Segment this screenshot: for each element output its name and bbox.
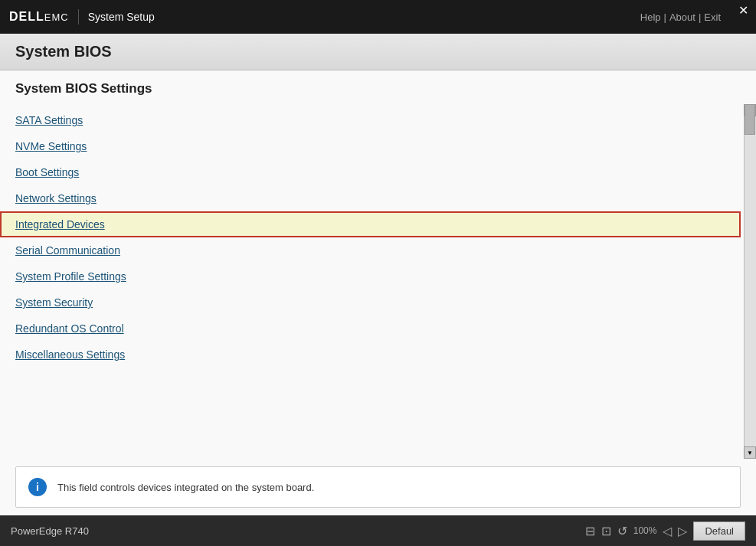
- title-bar-right: Help | About | Exit: [640, 11, 747, 23]
- status-right: ⊟ ⊡ ↺ 100% ◁ ▷ Defaul: [585, 521, 745, 541]
- list-item-active[interactable]: Integrated Devices: [0, 211, 741, 237]
- default-button[interactable]: Defaul: [693, 521, 745, 541]
- list-item[interactable]: Redundant OS Control: [0, 316, 741, 342]
- about-link[interactable]: About: [669, 11, 695, 23]
- bios-header: System BIOS: [0, 34, 756, 70]
- redundant-os-control-link[interactable]: Redundant OS Control: [15, 322, 124, 335]
- status-icon-4: ◁: [663, 524, 672, 538]
- main-container: System BIOS System BIOS Settings SATA Se…: [0, 34, 756, 515]
- close-button[interactable]: ✕: [738, 5, 748, 17]
- settings-list-container: SATA Settings NVMe Settings Boot Setting…: [0, 104, 756, 459]
- help-link[interactable]: Help: [640, 11, 661, 23]
- status-model: PowerEdge R740: [11, 525, 89, 537]
- bios-title: System BIOS: [15, 43, 741, 60]
- settings-list: SATA Settings NVMe Settings Boot Setting…: [0, 104, 756, 371]
- list-item[interactable]: Miscellaneous Settings: [0, 342, 741, 368]
- list-item[interactable]: Serial Communication: [0, 237, 741, 263]
- title-bar-divider: [78, 9, 79, 25]
- status-icon-2: ⊡: [601, 524, 611, 538]
- info-text: This field controls devices integrated o…: [57, 482, 314, 493]
- scrollbar: ▲ ▼: [744, 104, 756, 459]
- scroll-thumb[interactable]: [745, 104, 755, 135]
- miscellaneous-settings-link[interactable]: Miscellaneous Settings: [15, 348, 125, 361]
- info-box: i This field controls devices integrated…: [15, 466, 741, 508]
- list-item[interactable]: System Profile Settings: [0, 263, 741, 289]
- list-item[interactable]: SATA Settings: [0, 107, 741, 133]
- info-icon: i: [28, 478, 47, 496]
- scroll-down-button[interactable]: ▼: [744, 446, 756, 459]
- app-title: System Setup: [88, 11, 155, 23]
- dell-logo: DELLEMC: [9, 10, 69, 24]
- nvme-settings-link[interactable]: NVMe Settings: [15, 140, 87, 152]
- settings-title: System BIOS Settings: [0, 70, 756, 104]
- system-security-link[interactable]: System Security: [15, 296, 93, 309]
- boot-settings-link[interactable]: Boot Settings: [15, 166, 79, 178]
- status-icon-5: ▷: [678, 524, 687, 538]
- status-bar: PowerEdge R740 ⊟ ⊡ ↺ 100% ◁ ▷ Defaul: [0, 515, 756, 546]
- content-area: System BIOS Settings SATA Settings NVMe …: [0, 70, 756, 515]
- status-icon-3: ↺: [617, 524, 627, 538]
- list-item[interactable]: Network Settings: [0, 185, 741, 211]
- list-item[interactable]: Boot Settings: [0, 159, 741, 185]
- exit-link[interactable]: Exit: [704, 11, 721, 23]
- title-bar: DELLEMC System Setup Help | About | Exit…: [0, 0, 756, 34]
- serial-communication-link[interactable]: Serial Communication: [15, 244, 120, 257]
- network-settings-link[interactable]: Network Settings: [15, 192, 97, 204]
- list-item[interactable]: System Security: [0, 289, 741, 316]
- list-item[interactable]: NVMe Settings: [0, 133, 741, 159]
- status-icon-1: ⊟: [585, 524, 595, 538]
- system-profile-settings-link[interactable]: System Profile Settings: [15, 270, 126, 283]
- zoom-level: 100%: [633, 525, 657, 536]
- integrated-devices-link[interactable]: Integrated Devices: [15, 218, 105, 230]
- title-bar-left: DELLEMC System Setup: [9, 9, 155, 25]
- sata-settings-link[interactable]: SATA Settings: [15, 114, 83, 126]
